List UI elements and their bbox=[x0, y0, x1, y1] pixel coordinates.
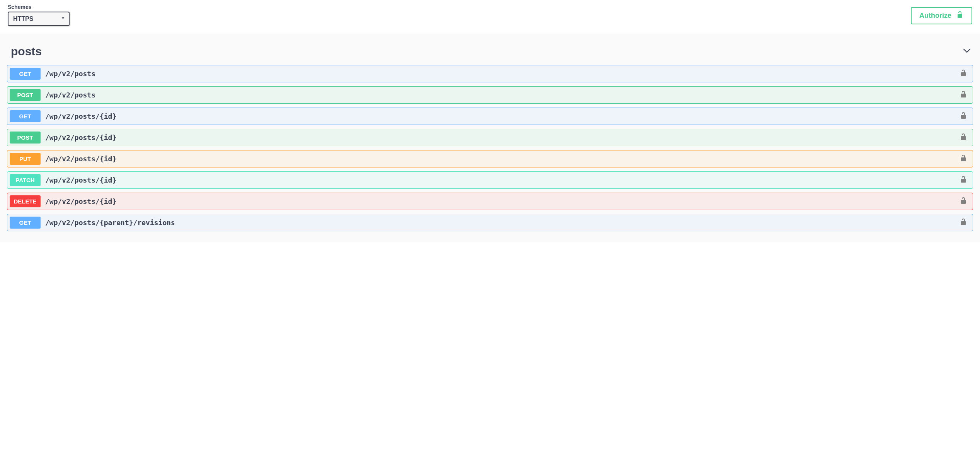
schemes-select[interactable]: HTTPS bbox=[8, 12, 70, 26]
method-badge: PATCH bbox=[10, 174, 41, 186]
unlock-icon[interactable] bbox=[960, 112, 967, 121]
operation-summary: GET /wp/v2/posts/{parent}/revisions bbox=[7, 214, 973, 231]
unlock-icon[interactable] bbox=[960, 197, 967, 206]
content-area: posts GET /wp/v2/posts POST /wp/v2/posts… bbox=[0, 34, 980, 242]
operation-summary: PUT /wp/v2/posts/{id} bbox=[7, 150, 973, 167]
operation-block[interactable]: PUT /wp/v2/posts/{id} bbox=[7, 150, 973, 167]
schemes-select-wrap: HTTPS bbox=[8, 12, 70, 26]
tag-title: posts bbox=[11, 45, 42, 58]
schemes-block: Schemes HTTPS bbox=[8, 4, 70, 26]
tag-header[interactable]: posts bbox=[7, 41, 973, 65]
operation-block[interactable]: POST /wp/v2/posts bbox=[7, 86, 973, 104]
unlock-icon[interactable] bbox=[960, 176, 967, 185]
operation-summary: GET /wp/v2/posts/{id} bbox=[7, 108, 973, 125]
operation-summary: DELETE /wp/v2/posts/{id} bbox=[7, 193, 973, 210]
unlock-icon bbox=[956, 11, 964, 21]
unlock-icon[interactable] bbox=[960, 133, 967, 142]
operation-summary: POST /wp/v2/posts/{id} bbox=[7, 129, 973, 146]
operation-path: /wp/v2/posts/{id} bbox=[45, 133, 960, 142]
operation-path: /wp/v2/posts/{id} bbox=[45, 155, 960, 163]
operation-summary: GET /wp/v2/posts bbox=[7, 65, 973, 82]
schemes-label: Schemes bbox=[8, 4, 70, 10]
method-badge: POST bbox=[10, 132, 41, 144]
operation-block[interactable]: GET /wp/v2/posts/{id} bbox=[7, 108, 973, 125]
unlock-icon[interactable] bbox=[960, 69, 967, 79]
unlock-icon[interactable] bbox=[960, 154, 967, 164]
method-badge: GET bbox=[10, 68, 41, 80]
operation-path: /wp/v2/posts bbox=[45, 91, 960, 99]
operation-path: /wp/v2/posts/{id} bbox=[45, 176, 960, 184]
method-badge: DELETE bbox=[10, 195, 41, 207]
operation-path: /wp/v2/posts/{id} bbox=[45, 197, 960, 205]
operation-path: /wp/v2/posts bbox=[45, 70, 960, 78]
method-badge: GET bbox=[10, 110, 41, 122]
operations-list: GET /wp/v2/posts POST /wp/v2/posts GET /… bbox=[7, 65, 973, 231]
authorize-label: Authorize bbox=[919, 12, 951, 20]
operation-path: /wp/v2/posts/{parent}/revisions bbox=[45, 219, 960, 227]
operation-block[interactable]: POST /wp/v2/posts/{id} bbox=[7, 129, 973, 146]
method-badge: PUT bbox=[10, 153, 41, 165]
operation-block[interactable]: GET /wp/v2/posts/{parent}/revisions bbox=[7, 214, 973, 231]
top-bar: Schemes HTTPS Authorize bbox=[0, 0, 980, 34]
operation-summary: PATCH /wp/v2/posts/{id} bbox=[7, 172, 973, 188]
operation-path: /wp/v2/posts/{id} bbox=[45, 112, 960, 120]
authorize-button[interactable]: Authorize bbox=[911, 7, 972, 24]
operation-block[interactable]: GET /wp/v2/posts bbox=[7, 65, 973, 82]
chevron-down-icon bbox=[962, 46, 971, 57]
unlock-icon[interactable] bbox=[960, 91, 967, 100]
unlock-icon[interactable] bbox=[960, 218, 967, 227]
method-badge: POST bbox=[10, 89, 41, 101]
method-badge: GET bbox=[10, 217, 41, 229]
operation-block[interactable]: PATCH /wp/v2/posts/{id} bbox=[7, 171, 973, 189]
operation-block[interactable]: DELETE /wp/v2/posts/{id} bbox=[7, 193, 973, 210]
operation-summary: POST /wp/v2/posts bbox=[7, 87, 973, 103]
